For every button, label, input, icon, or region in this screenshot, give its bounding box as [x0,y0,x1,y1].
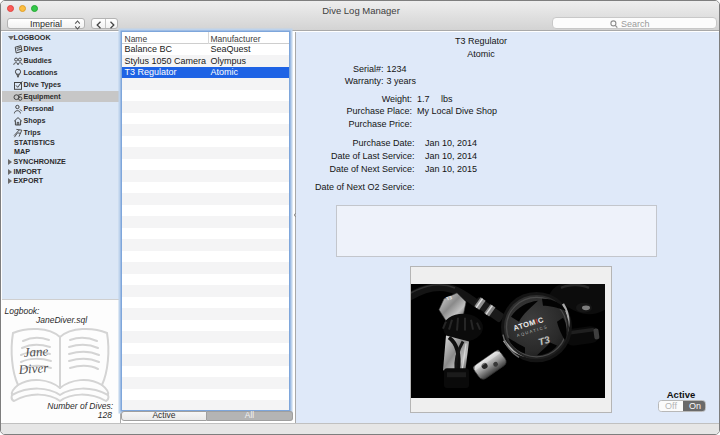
svg-text:Jane: Jane [23,343,49,360]
svg-text:Diver: Diver [17,360,50,377]
